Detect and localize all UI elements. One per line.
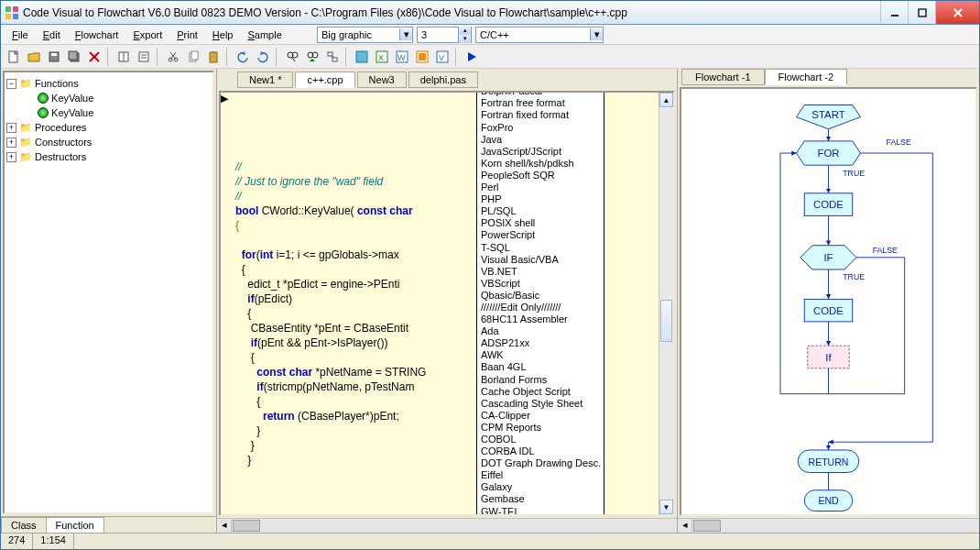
number-combo[interactable]: 3 ▴▾ bbox=[417, 27, 472, 43]
lang-option[interactable]: VBScript bbox=[477, 278, 604, 290]
export-ppt-button[interactable] bbox=[413, 48, 431, 66]
menu-export[interactable]: Export bbox=[127, 28, 168, 42]
replace-button[interactable] bbox=[323, 48, 342, 66]
expand-icon[interactable]: + bbox=[6, 152, 16, 162]
function-tree[interactable]: − 📁 Functions KeyValue KeyValue +📁Proced… bbox=[3, 71, 214, 514]
lang-option[interactable]: Gembase bbox=[477, 493, 604, 505]
lang-option[interactable]: PHP bbox=[477, 193, 604, 205]
flowchart-tab[interactable]: Flowchart -1 bbox=[681, 69, 765, 85]
maximize-button[interactable] bbox=[908, 1, 935, 24]
lang-option[interactable]: Delphi/Pascal bbox=[477, 91, 604, 97]
menu-edit[interactable]: Edit bbox=[38, 28, 66, 42]
tree-fn-keyvalue[interactable]: KeyValue bbox=[6, 105, 211, 120]
tab-function[interactable]: Function bbox=[46, 517, 104, 533]
menu-flowchart[interactable]: Flowchart bbox=[70, 28, 125, 42]
lang-option[interactable]: Eiffel bbox=[477, 469, 604, 481]
code-editor[interactable]: ▶ // // Just to ignore the "wad" field /… bbox=[219, 91, 675, 516]
save-button[interactable] bbox=[45, 48, 63, 66]
lang-option[interactable]: PL/SQL bbox=[477, 205, 604, 217]
save-all-button[interactable] bbox=[65, 48, 83, 66]
language-dropdown-list[interactable]: C/C++C#C shell/csh/tcshDelphi/PascalFort… bbox=[476, 91, 604, 516]
lang-option[interactable]: PeopleSoft SQR bbox=[477, 170, 604, 182]
lang-option[interactable]: COBOL bbox=[477, 434, 604, 446]
graphic-size-combo[interactable]: Big graphic ▾ bbox=[317, 27, 413, 43]
spinner-icon[interactable]: ▴▾ bbox=[458, 27, 471, 43]
cut-button[interactable] bbox=[164, 48, 182, 66]
lang-option[interactable]: Borland Forms bbox=[477, 374, 604, 386]
scroll-thumb[interactable] bbox=[660, 300, 672, 342]
scroll-up-icon[interactable]: ▲ bbox=[659, 93, 673, 107]
new-file-button[interactable] bbox=[5, 48, 23, 66]
lang-option[interactable]: JavaScript/JScript bbox=[477, 146, 604, 158]
lang-option[interactable]: CORBA IDL bbox=[477, 446, 604, 457]
lang-option[interactable]: DOT Graph Drawing Desc. bbox=[477, 457, 604, 469]
lang-option[interactable]: ///////Edit Only/////// bbox=[477, 302, 604, 314]
lang-option[interactable]: FoxPro bbox=[477, 122, 604, 134]
menu-sample[interactable]: Sample bbox=[243, 28, 288, 42]
language-combo[interactable]: C/C++ ▾ bbox=[475, 27, 604, 43]
lang-option[interactable]: CA-Clipper bbox=[477, 410, 604, 422]
menu-file[interactable]: File bbox=[6, 28, 34, 42]
tab-class[interactable]: Class bbox=[1, 517, 47, 533]
run-button[interactable] bbox=[463, 48, 481, 66]
copy-button[interactable] bbox=[184, 48, 202, 66]
undo-button[interactable] bbox=[234, 48, 252, 66]
export-doc-button[interactable]: W bbox=[393, 48, 411, 66]
lang-option[interactable]: Fortran fixed format bbox=[477, 109, 604, 121]
open-file-button[interactable] bbox=[25, 48, 43, 66]
tree-procedures[interactable]: +📁Procedures bbox=[6, 120, 211, 135]
lang-option[interactable]: Galaxy bbox=[477, 481, 604, 493]
lang-option[interactable]: CPM Reports bbox=[477, 422, 604, 434]
lang-option[interactable]: PowerScript bbox=[477, 229, 604, 241]
lang-option[interactable]: POSIX shell bbox=[477, 217, 604, 229]
tree-constructors[interactable]: +📁Constructors bbox=[6, 135, 211, 149]
minimize-button[interactable] bbox=[880, 1, 908, 24]
lang-option[interactable]: Java bbox=[477, 134, 604, 146]
tree-root-functions[interactable]: − 📁 Functions bbox=[6, 76, 211, 91]
export-img-button[interactable] bbox=[353, 48, 371, 66]
lang-option[interactable]: Cascading Style Sheet bbox=[477, 398, 604, 410]
file-tab[interactable]: New3 bbox=[357, 72, 407, 88]
list-button[interactable] bbox=[135, 48, 153, 66]
find-button[interactable] bbox=[283, 48, 301, 66]
lang-option[interactable]: ADSP21xx bbox=[477, 337, 604, 349]
expand-icon[interactable]: + bbox=[6, 138, 16, 148]
flowchart-tab[interactable]: Flowchart -2 bbox=[765, 69, 848, 85]
svg-text:TRUE: TRUE bbox=[843, 169, 865, 178]
scroll-down-icon[interactable]: ▼ bbox=[659, 500, 673, 514]
lang-option[interactable]: VB.NET bbox=[477, 266, 604, 278]
tree-fn-keyvalue[interactable]: KeyValue bbox=[6, 91, 211, 105]
lang-option[interactable]: T-SQL bbox=[477, 242, 604, 254]
lang-option[interactable]: Fortran free format bbox=[477, 97, 604, 109]
lang-option[interactable]: AWK bbox=[477, 349, 604, 361]
redo-button[interactable] bbox=[254, 48, 272, 66]
lang-option[interactable]: Cache Object Script bbox=[477, 386, 604, 398]
lang-option[interactable]: 68HC11 Assembler bbox=[477, 314, 604, 325]
expand-icon[interactable]: + bbox=[6, 123, 16, 133]
delete-button[interactable] bbox=[85, 48, 103, 66]
code-vscrollbar[interactable]: ▲ ▼ bbox=[659, 93, 673, 514]
lang-option[interactable]: Korn shell/ksh/pdksh bbox=[477, 158, 604, 170]
file-tab[interactable]: New1 * bbox=[237, 72, 293, 88]
collapse-icon[interactable]: − bbox=[6, 79, 16, 89]
lang-option[interactable]: Visual Basic/VBA bbox=[477, 254, 604, 266]
flowchart-canvas[interactable]: START FOR TRUE FALSE CODE IF bbox=[680, 87, 977, 516]
lang-option[interactable]: Perl bbox=[477, 182, 604, 193]
file-tab[interactable]: delphi.pas bbox=[408, 72, 478, 88]
flowchart-hscrollbar[interactable]: ◂ bbox=[678, 518, 979, 533]
paste-button[interactable] bbox=[204, 48, 223, 66]
code-hscrollbar[interactable]: ◂ bbox=[217, 518, 677, 533]
menu-help[interactable]: Help bbox=[207, 28, 239, 42]
lang-option[interactable]: Baan 4GL bbox=[477, 361, 604, 373]
lang-option[interactable]: Qbasic/Basic bbox=[477, 290, 604, 302]
lang-option[interactable]: GW-TEL bbox=[477, 506, 604, 516]
export-xls-button[interactable]: X bbox=[373, 48, 391, 66]
lang-option[interactable]: Ada bbox=[477, 325, 604, 337]
close-button[interactable] bbox=[935, 1, 979, 24]
book-button[interactable] bbox=[114, 48, 133, 66]
tree-destructors[interactable]: +📁Destructors bbox=[6, 149, 211, 164]
menu-print[interactable]: Print bbox=[171, 28, 203, 42]
file-tab[interactable]: c++.cpp bbox=[295, 72, 354, 88]
export-visio-button[interactable]: V bbox=[433, 48, 452, 66]
find-next-button[interactable] bbox=[303, 48, 321, 66]
